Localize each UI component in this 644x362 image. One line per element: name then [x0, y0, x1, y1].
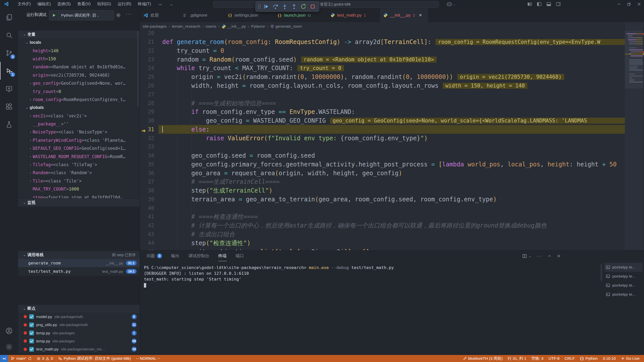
code-line-43[interactable]: 43 # 生成出口组合 — [140, 230, 625, 239]
activity-item-settings[interactable] — [0, 339, 18, 355]
tab-gdignore[interactable]: .gdignore — [179, 8, 224, 22]
split-panel-icon[interactable] — [522, 254, 527, 258]
minimap[interactable] — [625, 22, 643, 250]
variable-row[interactable]: ›PlanetaryWindConfig = <class 'Planeta… — [18, 136, 140, 144]
terminal-instance[interactable]: pocketpy te... — [604, 263, 642, 272]
scope-row-globals[interactable]: ⌄globals — [18, 104, 140, 112]
code-line-36[interactable]: 36 geo_area = request_area(origin, width… — [140, 169, 625, 177]
menu-item-5[interactable]: 运行(R) — [114, 0, 135, 8]
scope-row-locals[interactable]: ⌄locals — [18, 38, 140, 47]
code-line-29[interactable]: 29 if room_config.env_type == EnvType.WA… — [140, 108, 625, 116]
activity-item-extensions[interactable] — [0, 98, 18, 115]
variable-row[interactable]: origin = vec2i(7205730, 9024468) — [18, 71, 140, 79]
code-line-24[interactable]: 24 while try_count < MAX_TRY_COUNT:try_c… — [140, 64, 625, 73]
sidebar-scrollbar[interactable] — [137, 31, 139, 106]
callstack-frame[interactable]: generate_room__init__.py31:1 — [18, 259, 140, 267]
breakpoint-checkbox[interactable] — [29, 323, 34, 327]
status-problems[interactable]: 30 — [34, 355, 56, 362]
step-into-button[interactable] — [280, 2, 289, 11]
activity-item-remote-explorer[interactable] — [0, 80, 18, 98]
variable-row[interactable]: ›NoiseType = <class 'NoiseType'> — [18, 128, 140, 136]
code-editor[interactable]: 2021def generate_room(room_config: RoomR… — [140, 22, 644, 250]
breadcrumb-item-rooms[interactable]: rooms — [206, 24, 216, 29]
breakpoint-checkbox[interactable] — [29, 331, 34, 335]
activity-item-run-debug[interactable]: 1 — [0, 62, 18, 80]
breadcrumb-item-init-py[interactable]: __init__.py — [222, 24, 246, 29]
toggle-sidebar-icon[interactable] — [537, 2, 542, 7]
variable-row[interactable]: ›Tile = <class 'Tile'> — [18, 177, 140, 185]
variable-row[interactable]: random = <Random object at 0x1bf9d01e… — [18, 63, 140, 71]
code-line-45[interactable]: 45 exit_combinations: list[tuple[vec2i, … — [140, 247, 625, 250]
minimize-button[interactable] — [614, 0, 624, 8]
customize-layout-icon[interactable] — [527, 2, 532, 7]
terminal-instance[interactable]: pocketpy te... — [604, 272, 642, 281]
continue-button[interactable] — [261, 2, 271, 11]
menu-item-0[interactable]: 文件(F) — [14, 0, 34, 8]
activity-item-source-control[interactable]: 3 — [0, 44, 18, 62]
close-button[interactable] — [634, 0, 644, 8]
code-line-25[interactable]: 25 origin = vec2i(random.randint(0, 1000… — [140, 73, 625, 81]
status-encoding[interactable]: UTF-8 — [546, 355, 562, 362]
status-indentation[interactable]: 空格: 4 — [529, 355, 546, 362]
tab-test-math-py[interactable]: test_math.py1 — [327, 8, 380, 22]
breakpoint-checkbox[interactable] — [29, 347, 34, 352]
more-actions-icon[interactable]: ··· — [126, 11, 132, 17]
activity-item-search[interactable] — [0, 26, 18, 44]
nav-back-icon[interactable]: ← — [158, 2, 163, 7]
code-line-42[interactable]: 42 # 计算每一个出口的中心，然后使用astar生成路径，确保每一个出口组合都… — [140, 221, 625, 230]
code-line-26[interactable]: 26 width, height = room_config.layout.n_… — [140, 81, 625, 90]
code-line-30[interactable]: 30 geo_config = WASTELAND_GEO_CONFIGgeo_… — [140, 116, 625, 125]
step-over-button[interactable] — [271, 2, 280, 11]
status-go-live[interactable]: Go Live — [618, 355, 642, 362]
step-out-button[interactable] — [289, 2, 299, 11]
watch-section-header[interactable]: ⌄ 监视 — [18, 198, 140, 207]
code-line-37[interactable]: 37 # ====生成TerrainCell==== — [140, 177, 625, 186]
terminal-output[interactable]: PS C:\computer_science\godot-ldtk\site-p… — [144, 265, 394, 288]
menu-item-3[interactable]: 查看(V) — [74, 0, 94, 8]
code-line-34[interactable]: 34 geo_config.seed = room_config.seed — [140, 151, 625, 160]
command-center-search[interactable]: [扩展开发宿主] godot-ldtk — [213, 1, 439, 8]
breadcrumb-item-pylance[interactable]: Pylance — [251, 24, 265, 29]
variable-row[interactable]: ›Random = <class 'Random'> — [18, 169, 140, 177]
callstack-section-header[interactable]: ⌄ 调用堆栈 因 step 已暂停 — [18, 251, 140, 259]
variable-row[interactable]: try_count = 0 — [18, 87, 140, 95]
status-vim-mode[interactable]: -- NORMAL -- — [134, 355, 163, 362]
panel-tab-debug-console[interactable]: 调试控制台 — [188, 251, 209, 261]
status-debug-session[interactable]: Python 调试程序: 启动文件 (godot-ldtk) — [56, 355, 134, 362]
callstack-frame[interactable]: test/test_math.pytest_math.py16:1 — [18, 267, 140, 276]
terminal-scrollbar[interactable] — [600, 264, 602, 281]
menu-item-6[interactable]: 终端(T) — [135, 0, 154, 8]
breakpoint-row[interactable]: png_utils.pysite-packages\wfc11 — [18, 321, 140, 329]
nav-forward-icon[interactable]: → — [169, 2, 174, 7]
variable-row[interactable]: __package__ = '' — [18, 120, 140, 128]
code-line-40[interactable]: 40 — [140, 204, 625, 212]
code-line-35[interactable]: 35 geo_config.primary_forces.geothermal_… — [140, 160, 625, 169]
activity-item-explorer[interactable] — [0, 8, 18, 26]
breakpoint-checkbox[interactable] — [29, 314, 34, 319]
panel-tab-terminal[interactable]: 终端 — [218, 251, 227, 261]
variable-row[interactable]: width = 150 — [18, 55, 140, 63]
menu-item-2[interactable]: 选择(S) — [54, 0, 74, 8]
variable-row[interactable]: ›room_config = RoomRequestConfig(env_t… — [18, 96, 140, 104]
variable-row[interactable]: stop = <function stop at 0x1bf8d716d… — [18, 193, 140, 198]
code-line-38[interactable]: 38 step("生成TerrainCell") — [140, 186, 625, 195]
variables-section-header[interactable]: ⌄ 变量 — [18, 30, 140, 38]
stop-button[interactable] — [308, 2, 317, 11]
start-debug-icon[interactable] — [52, 13, 56, 18]
toggle-panel-icon[interactable] — [546, 2, 551, 7]
toggle-secondary-sidebar-icon[interactable] — [556, 2, 561, 7]
gear-icon[interactable] — [116, 13, 121, 18]
status-git-blame[interactable]: blueloveTH (3 周前) — [461, 355, 505, 362]
close-icon[interactable]: ✕ — [419, 13, 422, 18]
menu-item-1[interactable]: 编辑(E) — [34, 0, 54, 8]
status-python-version[interactable]: 3.10.10 — [600, 355, 618, 362]
variable-row[interactable]: height = 140 — [18, 47, 140, 55]
panel-tab-ports[interactable]: 端口 — [236, 251, 244, 261]
panel-tab-output[interactable]: 输出 — [171, 251, 179, 261]
variable-row[interactable]: ›vec2i = <class 'vec2i'> — [18, 112, 140, 120]
variable-row[interactable]: ›TileTag = <class 'TileTag'> — [18, 161, 140, 169]
code-line-33[interactable]: 33 — [140, 143, 625, 151]
more-actions-icon[interactable]: ··· — [536, 253, 542, 259]
terminal-instance[interactable]: pocketpy te... — [604, 281, 642, 290]
status-cursor-position[interactable]: 行 31, 列 1 — [505, 355, 529, 362]
